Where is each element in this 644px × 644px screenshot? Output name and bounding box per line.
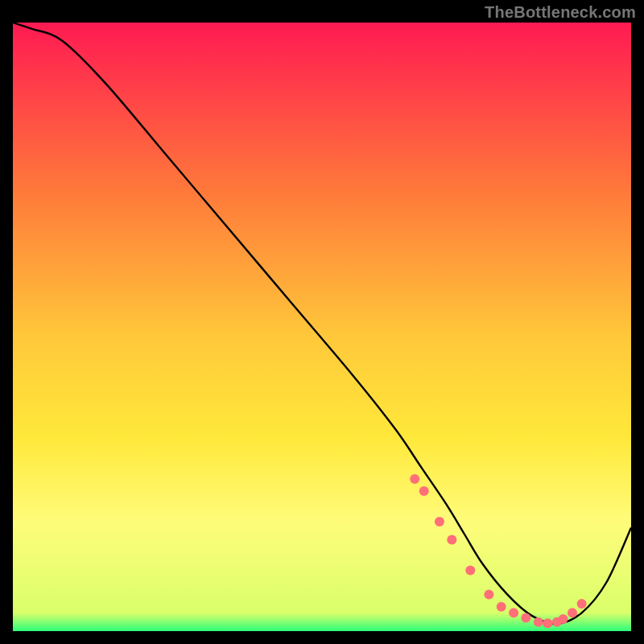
data-marker xyxy=(447,535,456,545)
gradient-background xyxy=(13,23,631,631)
data-marker xyxy=(559,614,568,624)
data-marker xyxy=(497,602,506,612)
data-marker xyxy=(484,590,493,600)
data-marker xyxy=(534,617,543,627)
data-marker xyxy=(410,474,419,484)
data-marker xyxy=(465,565,475,575)
data-marker xyxy=(521,613,530,622)
attribution-text: TheBottleneck.com xyxy=(485,3,636,22)
chart-frame: TheBottleneck.com xyxy=(0,0,644,644)
data-marker xyxy=(509,608,518,617)
data-marker xyxy=(568,608,577,617)
data-marker xyxy=(435,517,444,526)
data-marker xyxy=(577,599,587,609)
chart-svg xyxy=(13,23,631,631)
data-marker xyxy=(419,486,429,496)
data-marker xyxy=(543,618,552,628)
plot-area xyxy=(13,23,631,631)
